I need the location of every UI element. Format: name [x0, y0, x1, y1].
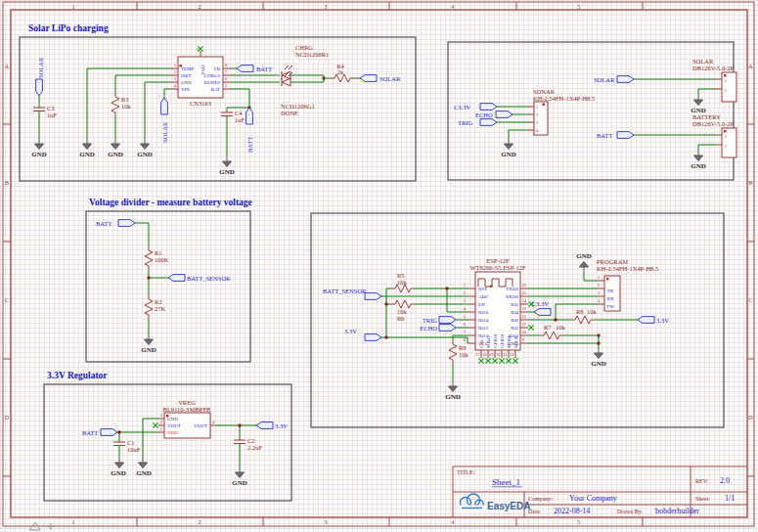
gnd-symbol-divider[interactable]: GND	[141, 334, 156, 354]
schematic-canvas[interactable]: 1 2 3 4 5 1 2 3 4 5 A B C D A B C D Sola…	[0, 0, 758, 532]
net-label: TRIG	[423, 317, 437, 324]
net-label: BATT_SENSOR	[323, 288, 367, 294]
net-flag-trig-esp[interactable]: TRIG	[423, 317, 456, 324]
capacitor-c1[interactable]: C1 10uF	[113, 439, 141, 453]
resistor-r8[interactable]: R8 10k	[571, 308, 598, 324]
net-flag-batt-regulator[interactable]: BATT	[82, 429, 117, 436]
pin-name: VOUT	[194, 423, 207, 428]
pin-name: PAD	[201, 65, 205, 74]
resistor-r1[interactable]: R1 100K	[145, 246, 169, 270]
ruler-row: A	[5, 64, 10, 69]
net-flag-batt-divider[interactable]: BATT	[96, 220, 135, 227]
net-label: BATT_SENSOR	[187, 275, 231, 282]
connector-sonar[interactable]: SONAR KH-2.54FH-1X4P-H8.5 1 2 3 4	[528, 88, 595, 135]
pin-name: SCLK	[513, 335, 518, 348]
pin-number: 6	[464, 322, 467, 327]
net-flag-batt-fb[interactable]: BATT	[237, 66, 272, 72]
date-value[interactable]: 2022-08-14	[554, 507, 590, 515]
pin-number: 9	[522, 337, 525, 342]
ref-label: R2	[155, 298, 162, 305]
connector-program[interactable]: PROGRAM KH-2.54FH-1X4P-H8.5 1 2 3 4 TX R…	[597, 258, 658, 311]
net-flag-33v-esp-right[interactable]: 3.3V	[638, 317, 669, 324]
chip-cn3163[interactable]: 1 2 3 4 TEMP ISET GND VIN 8 7 6 5 FB CHR…	[170, 46, 231, 107]
gnd-symbols-solar[interactable]: GND GND GND GND GND	[31, 139, 235, 176]
net-flag-solar-r4[interactable]: SOLAR	[360, 75, 401, 82]
gnd-label: GND	[445, 393, 461, 401]
led-chrg[interactable]: CHRG NCD1206R1	[282, 44, 329, 79]
sheet-value[interactable]: 1/1	[725, 494, 735, 503]
chip-vreg[interactable]: VREG BL9110-330BPFB 2 3 1 4 GND VOUT VDD…	[153, 399, 216, 438]
value-label: 100K	[155, 256, 169, 263]
value-label: 2.2uF	[247, 444, 262, 451]
net-flag-solar-conn[interactable]: SOLAR	[594, 76, 634, 83]
pin-name: RXD0	[506, 294, 519, 299]
pin-number: 7	[225, 69, 228, 74]
rev-value[interactable]: 2.0	[720, 476, 730, 485]
section-title-divider[interactable]: Voltage divider - measure battery voltag…	[89, 198, 252, 207]
gnd-label: GND	[79, 151, 95, 158]
capacitor-c4[interactable]: C4 1uF	[221, 110, 245, 123]
drawn-by-value[interactable]: bobderbuilder	[655, 507, 699, 515]
net-flag-solar-input[interactable]: SOLAR	[36, 57, 44, 96]
resistor-r5[interactable]: R5 10k	[391, 272, 415, 292]
resistor-r7[interactable]: R7 10k	[540, 324, 566, 339]
led-done[interactable]: NCD1206G1 DONE	[281, 72, 315, 116]
gnd-label: GND	[136, 469, 152, 477]
resistor-r4[interactable]: R4 2k	[331, 63, 354, 82]
pin-number: 3	[598, 290, 601, 295]
sheet-title[interactable]: Sheet_1	[492, 477, 520, 487]
gnd-symbols-regulator[interactable]: GND GND GND	[111, 458, 247, 487]
net-flag-solar-vin[interactable]: SOLAR	[161, 98, 168, 143]
pin-name: GND	[167, 417, 178, 421]
ref-label: C2	[247, 437, 255, 444]
pin-number: 6	[225, 76, 228, 81]
net-flag-batt-conn[interactable]: BATT	[597, 132, 634, 139]
ref-label: R1	[155, 249, 162, 256]
ruler-row: D	[5, 415, 10, 421]
net-flag-c33v-esp[interactable]: C3.3V	[532, 300, 551, 315]
ref-label: R7	[544, 324, 552, 331]
gnd-label: GND	[576, 252, 592, 260]
ruler-row: C	[5, 297, 9, 303]
gnd-symbols-esp[interactable]: GND GND GND	[445, 252, 606, 401]
no-connect-icon	[153, 422, 157, 427]
pin-number: 2	[174, 69, 176, 74]
net-flag-33v-regulator[interactable]: 3.3V	[256, 422, 288, 429]
pin-number: 5	[225, 83, 228, 88]
ruler-col: 3	[325, 519, 328, 525]
pin-name: IO4	[511, 310, 518, 315]
resistor-r6[interactable]: 10k R6	[391, 300, 415, 322]
net-flag-batt-c4[interactable]: BATT	[246, 108, 253, 153]
net-flag-echo-sonar[interactable]: ECHO	[475, 111, 513, 118]
chip-esp12f[interactable]: ESP-12F WT8266-S5.ESP-12F 1 2 3 4 5 6 7 …	[464, 257, 534, 364]
ref-label: R8	[576, 308, 584, 315]
ref-label: R9	[459, 344, 467, 351]
pin-name: DUNE#	[204, 80, 221, 85]
net-flag-batt-sensor-divider[interactable]: BATT_SENSOR	[168, 275, 231, 282]
resistor-r3[interactable]: R3 10k	[111, 93, 132, 116]
ref-label: PROGRAM	[597, 258, 628, 265]
ruler-row: D	[748, 415, 753, 421]
net-flag-trig-sonar[interactable]: TRIG	[458, 119, 497, 126]
net-flag-33v-esp-left[interactable]: 3.3V	[344, 328, 381, 340]
pin-number: 22	[510, 352, 514, 357]
pin-number: 1	[598, 275, 600, 280]
part-label: NCD1206R1	[295, 51, 329, 58]
net-flag-batt-sensor-esp[interactable]: BATT_SENSOR	[323, 288, 381, 299]
pin-number: 2	[725, 144, 727, 149]
value-label: 1uF	[235, 116, 245, 123]
ruler-col: 4	[452, 519, 455, 525]
capacitor-c2[interactable]: C2 2.2uF	[234, 437, 262, 451]
wires-divider[interactable]	[135, 223, 168, 334]
net-flag-echo-esp[interactable]: ECHO	[420, 325, 456, 332]
section-title-solar[interactable]: Solar LiPo charging	[28, 23, 109, 33]
schematic-sheet[interactable]: 1 2 3 4 5 1 2 3 4 5 A B C D A B C D Sola…	[0, 0, 758, 532]
company-value[interactable]: Your Company	[569, 494, 617, 503]
resistor-r9[interactable]: R9 10k	[449, 340, 469, 364]
capacitor-c3[interactable]: C3 1uF	[33, 105, 58, 118]
net-label: SOLAR	[379, 75, 401, 82]
easyeda-logo: EasyEDA	[459, 494, 530, 511]
resistor-r2[interactable]: R2 27K	[145, 295, 166, 319]
net-flag-c33v-sonar[interactable]: C3.3V	[454, 104, 497, 111]
section-title-regulator[interactable]: 3.3V Regulator	[47, 371, 108, 380]
